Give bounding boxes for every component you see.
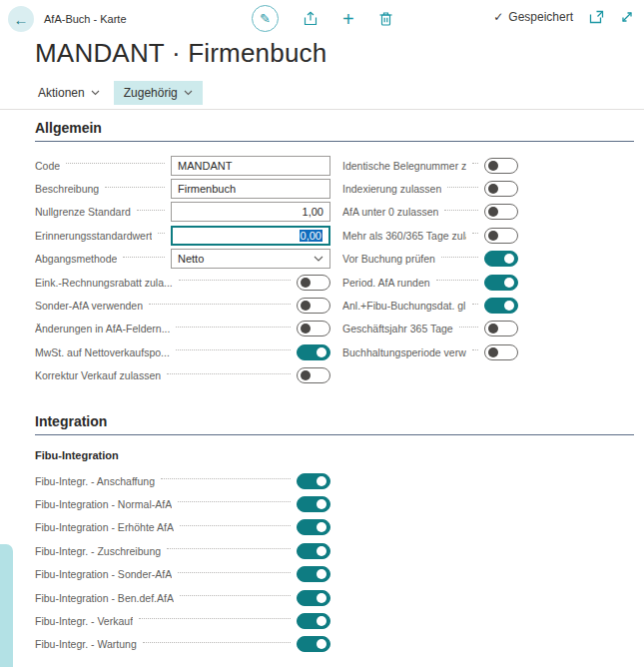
toggle-row: Mehr als 360/365 Tage zula... [342,224,518,247]
menu-zugehoerig[interactable]: Zugehörig [114,81,203,105]
fibu-integration-bendef-afa-toggle[interactable] [297,590,330,606]
field-label: Identische Belegnummer z... [342,160,466,172]
delete-button[interactable] [378,11,393,27]
toggle-row: Korrektur Verkauf zulassen [35,364,330,387]
geschaeftsjahr-365-toggle[interactable] [484,321,518,336]
new-button[interactable]: + [342,10,354,28]
share-icon [303,11,319,27]
toggle-knob [488,347,498,357]
field-label: Fibu-Integration - Ben.def.AfA [35,592,174,604]
buchhaltungsperiode-toggle[interactable] [484,344,518,360]
fibu-integration-erhoehte-afa-toggle[interactable] [297,519,330,535]
fibu-integration-sonder-afa-toggle[interactable] [297,566,330,582]
field-label: Fibu-Integr. - Zuschreibung [35,545,161,557]
aenderungen-afa-felder-toggle[interactable] [297,321,330,336]
chevron-down-icon [314,256,323,262]
mehr-als-360-tage-toggle[interactable] [484,228,518,244]
toggle-knob [488,324,498,334]
plus-icon: + [342,10,354,28]
dotted-leader [167,373,291,374]
dotted-leader [176,327,291,328]
fibu-integr-verkauf-toggle[interactable] [297,613,330,629]
field-label: Änderungen in AfA-Feldern... [35,323,170,334]
beschreibung-input[interactable]: Firmenbuch [171,179,330,199]
field-label: Beschreibung [35,183,99,195]
section-allgemein-header: Allgemein [35,120,634,142]
select-value: Netto [178,253,204,265]
field-row-erinnerung: Erinnerungsstandardwert 0,00 [35,224,330,247]
toggle-row: MwSt. auf Nettoverkaufspo... [35,340,330,363]
anl-fibu-buchungsdat-toggle[interactable] [484,298,518,314]
toggle-knob [317,569,326,579]
dotted-leader [180,525,291,526]
field-label: Indexierung zulassen [342,183,441,195]
sonder-afa-toggle[interactable] [297,298,330,314]
toggle-row: Geschäftsjahr 365 Tage [342,318,518,340]
toggle-knob [301,278,311,288]
field-label: Buchhaltungsperiode verw... [342,346,466,358]
dotted-leader [441,257,478,258]
toggle-row: Eink.-Rechnungsrabatt zula... [35,271,330,294]
toggle-knob [317,522,326,532]
nullgrenze-input[interactable]: 1,00 [171,202,330,222]
toggle-row: Fibu-Integration - Normal-AfA [35,492,330,515]
toggle-knob [317,347,326,357]
dotted-leader [149,304,291,305]
vor-buchung-pruefen-toggle[interactable] [484,251,518,267]
mwst-nettoverkauf-toggle[interactable] [297,344,330,360]
toggle-row: Fibu-Integr. - Wartung [35,633,330,656]
toggle-row: Anl.+Fibu-Buchungsdat. gl... [342,294,518,317]
toggle-knob [317,593,326,603]
page-title: MANDANT · Firmenbuch [35,38,644,69]
menu-aktionen[interactable]: Aktionen [28,81,110,105]
dotted-leader [436,280,478,281]
dotted-leader [161,478,291,479]
field-label: Fibu-Integr. - Verkauf [35,615,133,627]
toggle-knob [504,301,514,311]
dotted-leader [105,187,165,188]
field-label: Anl.+Fibu-Buchungsdat. gl... [342,300,466,312]
dotted-leader [472,163,478,164]
field-label: Mehr als 360/365 Tage zula... [342,230,466,242]
korrektur-verkauf-toggle[interactable] [297,367,330,383]
share-button[interactable] [303,11,319,27]
erinnerungsstandardwert-input[interactable]: 0,00 [171,226,330,246]
toggle-row: Fibu-Integr. - Verkauf [35,609,330,632]
toggle-knob [301,301,311,311]
dotted-leader [472,233,478,234]
toggle-knob [317,616,326,626]
toggle-knob [301,324,311,334]
toggle-row: Änderungen in AfA-Feldern... [35,318,330,340]
fibu-integration-normal-afa-toggle[interactable] [297,496,330,512]
toggle-row: Period. AfA runden [342,271,518,294]
toggle-row: Fibu-Integration - Erhöhte AfA [35,516,330,539]
edit-button[interactable]: ✎ [252,5,279,32]
afa-unter-0-toggle[interactable] [484,204,518,220]
toggle-knob [488,161,498,171]
integration-fields: Fibu-Integr. - Anschaffung Fibu-Integrat… [35,469,634,656]
dotted-leader [179,280,291,281]
side-accent-bar [0,544,13,667]
fibu-integr-zuschreibung-toggle[interactable] [297,543,330,559]
eink-rechnungsrabatt-toggle[interactable] [297,275,330,291]
code-input[interactable]: MANDANT [171,156,330,176]
toggle-row: Fibu-Integr. - Zuschreibung [35,539,330,562]
expand-button[interactable] [620,10,634,24]
field-label: Code [35,160,60,172]
field-label: MwSt. auf Nettoverkaufspo... [35,346,170,358]
indexierung-toggle[interactable] [484,181,518,197]
toggle-row: Indexierung zulassen [342,177,518,200]
open-in-window-button[interactable] [589,10,604,24]
chevron-down-icon [184,90,193,96]
identische-belegnummer-toggle[interactable] [484,158,518,174]
field-label: Fibu-Integr. - Anschaffung [35,475,155,487]
pencil-icon: ✎ [260,11,271,26]
dotted-leader [139,618,291,619]
abgangsmethode-select[interactable]: Netto [171,249,330,269]
fibu-integr-anschaffung-toggle[interactable] [297,473,330,489]
period-afa-runden-toggle[interactable] [484,275,518,291]
dotted-leader [178,501,291,502]
fibu-integr-wartung-toggle[interactable] [297,636,330,652]
back-button[interactable]: ← [8,6,34,32]
toggle-row: Fibu-Integration - Sonder-AfA [35,562,330,585]
